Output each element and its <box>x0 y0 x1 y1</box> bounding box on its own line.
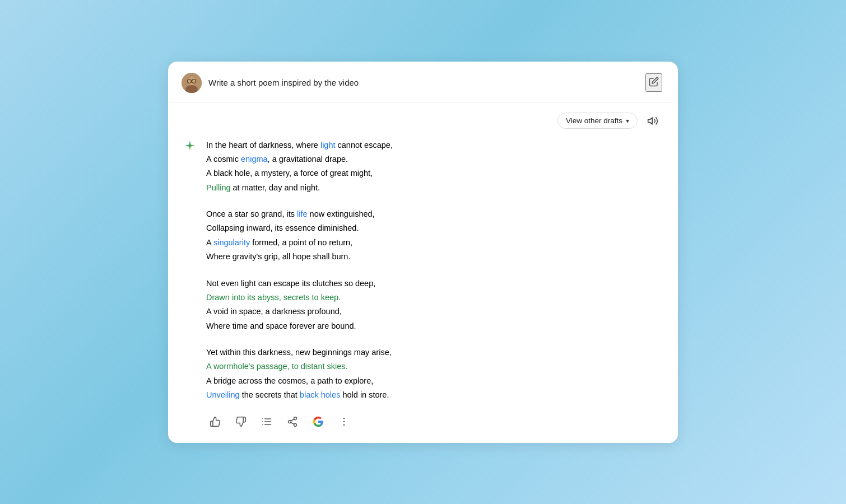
header: Write a short poem inspired by the video <box>168 62 678 102</box>
main-card: Write a short poem inspired by the video… <box>168 62 678 443</box>
poem-stanza-2: Once a star so grand, its life now extin… <box>206 207 662 264</box>
modify-button[interactable] <box>259 414 275 430</box>
chevron-down-icon: ▾ <box>626 117 629 125</box>
poem-line: A wormhole's passage, to distant skies. <box>206 360 662 374</box>
google-button[interactable] <box>310 414 326 430</box>
view-drafts-button[interactable]: View other drafts ▾ <box>557 113 638 129</box>
more-options-button[interactable] <box>336 414 352 430</box>
content-area: In the heart of darkness, where light ca… <box>184 136 662 403</box>
poem-line: Drawn into its abyss, secrets to keep. <box>206 291 662 305</box>
svg-line-16 <box>291 422 294 424</box>
speaker-button[interactable] <box>643 111 662 130</box>
action-bar: View other drafts ▾ <box>184 102 662 136</box>
avatar <box>182 73 202 93</box>
svg-line-17 <box>291 419 294 421</box>
poem-line: A cosmic enigma, a gravitational drape. <box>206 152 662 166</box>
poem-line: A black hole, a mystery, a force of grea… <box>206 166 662 180</box>
poem-line: Collapsing inward, its essence diminishe… <box>206 221 662 235</box>
poem-line: Pulling at matter, day and night. <box>206 181 662 195</box>
poem-stanza-3: Not even light can escape its clutches s… <box>206 277 662 334</box>
poem-line: A bridge across the cosmos, a path to ex… <box>206 374 662 388</box>
poem-line: A void in space, a darkness profound, <box>206 305 662 319</box>
poem-line: Once a star so grand, its life now extin… <box>206 207 662 221</box>
share-button[interactable] <box>285 414 300 430</box>
poem-stanza-4: Yet within this darkness, new beginnings… <box>206 346 662 403</box>
svg-point-18 <box>343 417 345 419</box>
poem-line: A singularity formed, a point of no retu… <box>206 236 662 250</box>
thumbs-up-button[interactable] <box>207 414 223 430</box>
edit-button[interactable] <box>645 73 662 92</box>
body: View other drafts ▾ <box>168 102 678 443</box>
poem-line: Where time and space forever are bound. <box>206 319 662 333</box>
poem-line: Not even light can escape its clutches s… <box>206 277 662 291</box>
svg-marker-6 <box>648 118 653 124</box>
svg-point-20 <box>343 424 345 426</box>
poem-line: In the heart of darkness, where light ca… <box>206 138 662 152</box>
poem-stanza-1: In the heart of darkness, where light ca… <box>206 138 662 195</box>
poem-line: Yet within this darkness, new beginnings… <box>206 346 662 360</box>
gemini-icon <box>184 139 196 403</box>
prompt-text: Write a short poem inspired by the video <box>208 78 639 87</box>
feedback-toolbar <box>184 403 662 430</box>
poem-line: Where gravity's grip, all hope shall bur… <box>206 250 662 264</box>
thumbs-down-button[interactable] <box>233 414 249 430</box>
svg-point-19 <box>343 421 345 422</box>
view-drafts-label: View other drafts <box>566 116 622 125</box>
poem-container: In the heart of darkness, where light ca… <box>206 138 662 403</box>
poem-line: Unveiling the secrets that black holes h… <box>206 388 662 402</box>
